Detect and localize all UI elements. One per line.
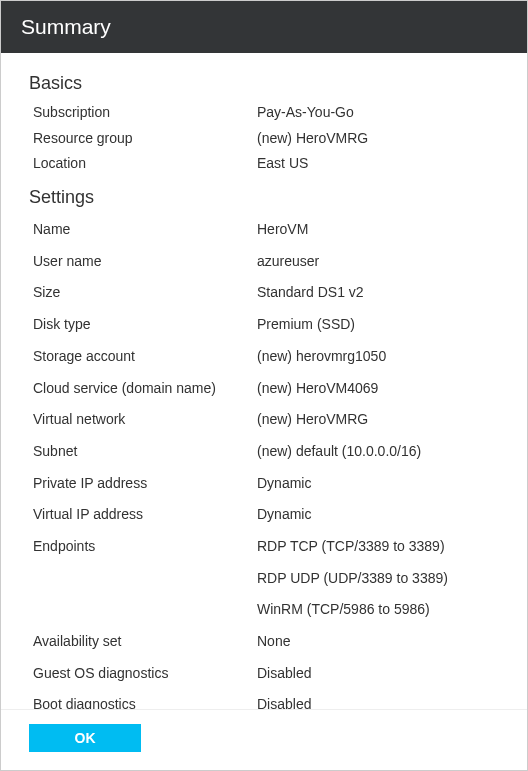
summary-content: Basics Subscription Pay-As-You-Go Resour… [1, 53, 527, 709]
value-endpoints-2: RDP UDP (UDP/3389 to 3389) [257, 568, 499, 590]
label-resource-group: Resource group [33, 128, 257, 150]
value-name: HeroVM [257, 219, 499, 241]
value-size: Standard DS1 v2 [257, 282, 499, 304]
section-title-basics: Basics [29, 73, 499, 94]
label-user-name: User name [33, 251, 257, 273]
row-boot-diagnostics: Boot diagnostics Disabled [33, 689, 499, 709]
value-availability-set: None [257, 631, 499, 653]
value-endpoints-3: WinRM (TCP/5986 to 5986) [257, 599, 499, 621]
row-subnet: Subnet (new) default (10.0.0.0/16) [33, 436, 499, 468]
label-private-ip: Private IP address [33, 473, 257, 495]
ok-button[interactable]: OK [29, 724, 141, 752]
label-boot-diagnostics: Boot diagnostics [33, 694, 257, 709]
label-subnet: Subnet [33, 441, 257, 463]
basics-rows: Subscription Pay-As-You-Go Resource grou… [33, 100, 499, 177]
label-subscription: Subscription [33, 102, 257, 124]
row-endpoints-3: WinRM (TCP/5986 to 5986) [33, 594, 499, 626]
value-guest-os-diagnostics: Disabled [257, 663, 499, 685]
summary-header: Summary [1, 1, 527, 53]
value-location: East US [257, 153, 499, 175]
label-endpoints-2 [33, 568, 257, 590]
summary-footer: OK [1, 709, 527, 770]
label-availability-set: Availability set [33, 631, 257, 653]
row-private-ip: Private IP address Dynamic [33, 468, 499, 500]
label-disk-type: Disk type [33, 314, 257, 336]
value-subnet: (new) default (10.0.0.0/16) [257, 441, 499, 463]
label-location: Location [33, 153, 257, 175]
label-endpoints-3 [33, 599, 257, 621]
row-cloud-service: Cloud service (domain name) (new) HeroVM… [33, 373, 499, 405]
row-virtual-ip: Virtual IP address Dynamic [33, 499, 499, 531]
row-resource-group: Resource group (new) HeroVMRG [33, 126, 499, 152]
settings-rows: Name HeroVM User name azureuser Size Sta… [33, 214, 499, 709]
row-availability-set: Availability set None [33, 626, 499, 658]
value-user-name: azureuser [257, 251, 499, 273]
value-disk-type: Premium (SSD) [257, 314, 499, 336]
label-size: Size [33, 282, 257, 304]
value-private-ip: Dynamic [257, 473, 499, 495]
row-name: Name HeroVM [33, 214, 499, 246]
label-virtual-network: Virtual network [33, 409, 257, 431]
value-cloud-service: (new) HeroVM4069 [257, 378, 499, 400]
row-disk-type: Disk type Premium (SSD) [33, 309, 499, 341]
value-virtual-network: (new) HeroVMRG [257, 409, 499, 431]
row-location: Location East US [33, 151, 499, 177]
value-boot-diagnostics: Disabled [257, 694, 499, 709]
label-endpoints: Endpoints [33, 536, 257, 558]
row-user-name: User name azureuser [33, 246, 499, 278]
value-subscription: Pay-As-You-Go [257, 102, 499, 124]
label-guest-os-diagnostics: Guest OS diagnostics [33, 663, 257, 685]
row-guest-os-diagnostics: Guest OS diagnostics Disabled [33, 658, 499, 690]
row-subscription: Subscription Pay-As-You-Go [33, 100, 499, 126]
row-endpoints-2: RDP UDP (UDP/3389 to 3389) [33, 563, 499, 595]
label-cloud-service: Cloud service (domain name) [33, 378, 257, 400]
page-title: Summary [21, 15, 111, 38]
value-virtual-ip: Dynamic [257, 504, 499, 526]
label-virtual-ip: Virtual IP address [33, 504, 257, 526]
row-endpoints: Endpoints RDP TCP (TCP/3389 to 3389) [33, 531, 499, 563]
row-size: Size Standard DS1 v2 [33, 277, 499, 309]
row-virtual-network: Virtual network (new) HeroVMRG [33, 404, 499, 436]
row-storage-account: Storage account (new) herovmrg1050 [33, 341, 499, 373]
value-endpoints-1: RDP TCP (TCP/3389 to 3389) [257, 536, 499, 558]
value-storage-account: (new) herovmrg1050 [257, 346, 499, 368]
section-title-settings: Settings [29, 187, 499, 208]
label-name: Name [33, 219, 257, 241]
label-storage-account: Storage account [33, 346, 257, 368]
value-resource-group: (new) HeroVMRG [257, 128, 499, 150]
